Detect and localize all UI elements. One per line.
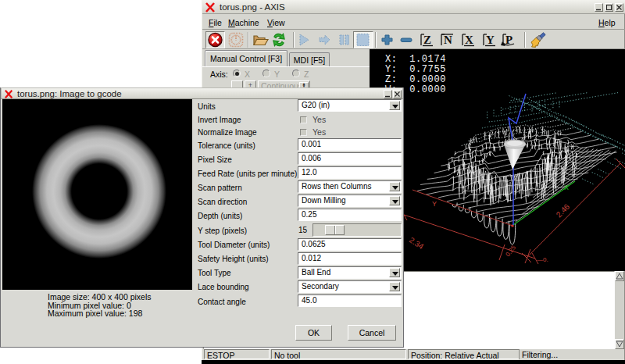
svg-text:2.46: 2.46 [555, 202, 572, 219]
svg-text:X: X [465, 34, 473, 46]
svg-text:0.25: 0.25 [504, 244, 517, 258]
svg-text:X: X [564, 184, 569, 191]
svg-text:P: P [505, 34, 512, 46]
svg-text:Y: Y [432, 200, 437, 208]
svg-text:N: N [444, 34, 452, 46]
svg-text:Z: Z [423, 34, 431, 46]
svg-text:2.34: 2.34 [408, 235, 426, 251]
svg-text:Y: Y [486, 34, 495, 46]
svg-text:—0.: —0. [537, 256, 548, 263]
